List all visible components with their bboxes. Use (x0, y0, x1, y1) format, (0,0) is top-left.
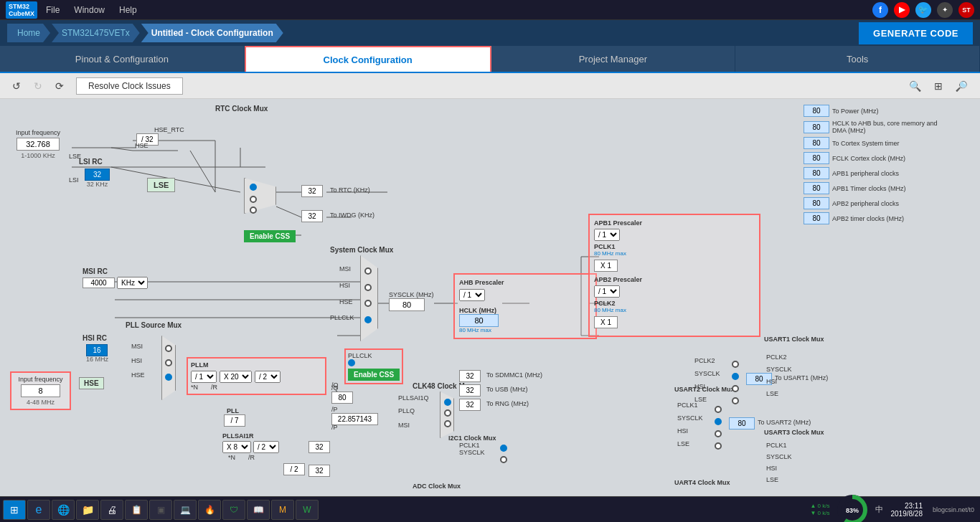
task8-button[interactable]: W (296, 500, 319, 520)
usart2-radio-4[interactable] (715, 442, 722, 451)
i2c1-radio-1[interactable] (500, 445, 507, 453)
usart1-mux-lse: LSE (766, 390, 778, 397)
usart2-radio-3[interactable] (715, 430, 722, 439)
twitter-icon: 🐦 (915, 2, 931, 18)
input-freq-2-value[interactable]: 8 (21, 384, 60, 397)
sysclk-radio-hse[interactable] (364, 300, 372, 308)
usart3-sysclk: SYSCLK (766, 453, 792, 460)
pllm-labels-row: *N /R (191, 384, 322, 391)
svg-line-8 (111, 167, 240, 192)
redo-button[interactable]: ↻ (29, 77, 47, 95)
sysclk-radio-hsi[interactable] (364, 284, 372, 293)
rtc-radio-2[interactable] (250, 196, 257, 204)
task1-button[interactable]: 📋 (125, 500, 148, 520)
usart1-radio-1[interactable] (732, 361, 739, 369)
lang-indicator: 中 (872, 504, 886, 515)
sysclk-radio-pll[interactable] (364, 316, 372, 325)
task5-button[interactable]: 🛡 (222, 500, 245, 520)
zoom-fit-button[interactable]: ⊞ (929, 77, 948, 95)
hse-block-pll[interactable]: HSE (79, 377, 104, 389)
output-row-1: 80 HCLK to AHB bus, core memory and DMA … (804, 120, 977, 134)
usart2-sysclk: SYSCLK (677, 414, 703, 422)
sdmmc1-val: 32 (459, 370, 481, 382)
hclk-input[interactable] (459, 314, 499, 327)
pllp-value: 22.857143 (331, 413, 378, 425)
tab-project[interactable]: Project Manager (491, 46, 736, 72)
sysclk-radio-msi[interactable] (364, 267, 372, 276)
lsi-value: 32 (85, 169, 110, 181)
usart1-radio-3[interactable] (732, 385, 739, 394)
output-row-7: 80 APB2 timer clocks (MHz) (804, 212, 977, 224)
i2c1-sysclk: SYSCLK (459, 449, 485, 456)
menu-file[interactable]: File (46, 5, 60, 15)
tab-pinout[interactable]: Pinout & Configuration (0, 46, 245, 72)
clk48-radio-1[interactable] (444, 399, 451, 407)
task3-button[interactable]: 💻 (174, 500, 197, 520)
output-label-6: APB2 peripheral clocks (832, 200, 899, 207)
generate-code-button[interactable]: GENERATE CODE (859, 22, 973, 44)
pllp-label: /P (331, 406, 338, 413)
task4-button[interactable]: 🔥 (198, 500, 221, 520)
start-button[interactable]: ⊞ (3, 500, 26, 520)
breadcrumb-home[interactable]: Home (7, 24, 50, 42)
chrome-button[interactable]: 🌐 (52, 500, 75, 520)
task6-button[interactable]: 📖 (247, 500, 270, 520)
pllsai1r-r-select[interactable]: / 2 (253, 441, 279, 453)
hse-rtc-label: HSE_RTC (154, 126, 184, 133)
output-val-2: 80 (804, 137, 829, 149)
lsi-value-section: 32 32 KHz (85, 169, 110, 188)
clk48-radio-3[interactable] (444, 420, 451, 429)
tab-clock[interactable]: Clock Configuration (245, 46, 491, 72)
plln-mult-select[interactable]: X 20 X 8 X 16 (220, 371, 252, 383)
output-val-7: 80 (804, 212, 829, 224)
sdmmc1-label: To SDMMC1 (MHz) (486, 371, 542, 379)
msi-unit-select[interactable]: KHz (117, 277, 148, 289)
pllsai1r-n-select[interactable]: X 8 (222, 441, 251, 453)
resolve-clock-button[interactable]: Resolve Clock Issues (76, 77, 183, 95)
task2-button[interactable]: ▣ (149, 500, 172, 520)
input-freq-top-value[interactable]: 32.768 (17, 138, 60, 151)
enable-css-1[interactable]: Enable CSS (244, 230, 296, 242)
enable-css-btn-1[interactable]: Enable CSS (244, 230, 296, 242)
menu-window[interactable]: Window (74, 5, 105, 15)
usart1-radio-2[interactable] (732, 373, 739, 381)
iwdg-value: 32 (301, 210, 323, 222)
usart1-radio-4[interactable] (732, 397, 739, 406)
apb2-div-select[interactable]: / 1 (594, 285, 620, 298)
main-diagram-area: RTC Clock Mux / 32 HSE_RTC HSE LSE LSE I… (0, 99, 980, 496)
usart2-radio-1[interactable] (715, 406, 722, 414)
pll-radio-hse[interactable] (165, 374, 172, 382)
i2c1-radio-2[interactable] (500, 456, 507, 465)
msi-value-input[interactable] (83, 277, 115, 288)
pll-radio-msi[interactable] (165, 345, 172, 353)
file-button[interactable]: 📁 (76, 500, 99, 520)
svg-line-14 (276, 207, 301, 217)
print-button[interactable]: 🖨 (100, 500, 123, 520)
ahb-div-select[interactable]: / 1 / 2 (459, 289, 485, 301)
pllr-label: /R (211, 384, 217, 391)
pll-radio-hsi[interactable] (165, 359, 172, 368)
output-row-5: 80 APB1 Timer clocks (MHz) (804, 182, 977, 194)
ie-button[interactable]: e (27, 500, 50, 520)
usb-val: 32 (459, 384, 481, 397)
enable-css-btn-2[interactable]: Enable CSS (348, 369, 400, 381)
sysclk-input[interactable] (389, 298, 425, 311)
zoom-in-button[interactable]: 🔍 (904, 77, 926, 95)
rtc-radio-1[interactable] (250, 184, 257, 192)
clk48-radio-2[interactable] (444, 409, 451, 418)
tab-tools[interactable]: Tools (735, 46, 980, 72)
pllm-div-select[interactable]: / 1 / 2 / 4 (191, 371, 217, 383)
pllclk-radio[interactable] (348, 359, 355, 366)
refresh-button[interactable]: ⟳ (50, 77, 69, 95)
breadcrumb-current[interactable]: Untitled - Clock Configuration (141, 24, 283, 42)
usart3-mux-label: USART3 Clock Mux (764, 429, 824, 436)
output-val-5: 80 (804, 182, 829, 194)
task7-button[interactable]: M (271, 500, 294, 520)
pllr-div-select[interactable]: / 2 / 4 (255, 371, 281, 383)
undo-button[interactable]: ↺ (7, 77, 26, 95)
rtc-radio-3[interactable] (250, 207, 257, 215)
menu-help[interactable]: Help (119, 5, 137, 15)
apb1-div-select[interactable]: / 1 (594, 229, 620, 241)
breadcrumb-device[interactable]: STM32L475VETx (52, 24, 140, 42)
zoom-out-button[interactable]: 🔍 (951, 77, 973, 95)
